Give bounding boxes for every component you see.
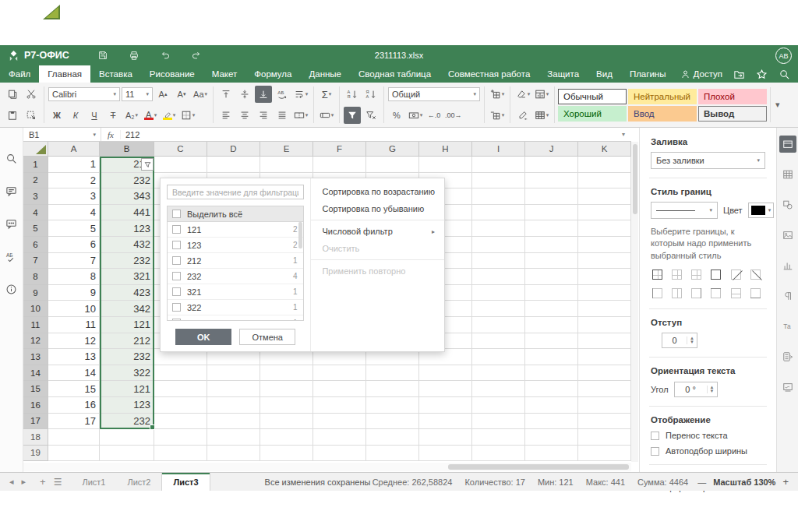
cell-A8[interactable]: 8 <box>48 269 100 285</box>
undo-icon[interactable] <box>158 48 172 62</box>
cell-E19[interactable] <box>260 446 313 462</box>
cell-D14[interactable] <box>207 365 260 382</box>
cell-E15[interactable] <box>260 381 313 397</box>
style-gallery-more-button[interactable]: ▾ <box>770 87 785 122</box>
cell-A2[interactable]: 2 <box>48 173 100 189</box>
column-header-H[interactable]: H <box>419 142 472 157</box>
row-header-2[interactable]: 2 <box>23 173 48 189</box>
cell-A4[interactable]: 4 <box>48 205 100 221</box>
sort-descending-icon[interactable]: ЯА <box>362 86 380 103</box>
zoom-level[interactable]: Масштаб 130% <box>713 477 775 487</box>
cell-A16[interactable]: 16 <box>48 397 100 414</box>
value-checkbox[interactable] <box>172 303 181 312</box>
row-header-16[interactable]: 16 <box>23 397 48 414</box>
row-header-11[interactable]: 11 <box>23 317 48 333</box>
cell-J16[interactable] <box>525 397 578 414</box>
cell-G18[interactable] <box>366 429 419 446</box>
cell-I16[interactable] <box>472 397 525 414</box>
cell-G15[interactable] <box>366 381 419 397</box>
cell-style-Плохой[interactable]: Плохой <box>698 89 767 104</box>
clear-filter-icon[interactable] <box>362 107 380 124</box>
row-header-4[interactable]: 4 <box>23 205 48 221</box>
row-header-13[interactable]: 13 <box>23 349 48 365</box>
search-icon-top[interactable] <box>779 69 790 80</box>
cell-A18[interactable] <box>48 429 100 446</box>
cell-I1[interactable] <box>472 157 525 173</box>
row-header-12[interactable]: 12 <box>23 333 48 350</box>
cell-F15[interactable] <box>313 381 366 397</box>
font-name-select[interactable]: Calibri▾ <box>48 87 120 101</box>
cell-D15[interactable] <box>207 381 260 397</box>
cell-A7[interactable]: 7 <box>48 253 100 270</box>
tab-Вид[interactable]: Вид <box>588 65 621 83</box>
cell-F14[interactable] <box>313 365 366 382</box>
border-right-button[interactable] <box>690 287 703 300</box>
comments-icon[interactable] <box>3 184 20 198</box>
cell-B11[interactable]: 121 <box>100 317 154 333</box>
cancel-button[interactable]: Отмена <box>239 329 295 345</box>
cell-C16[interactable] <box>154 397 207 414</box>
cell-K14[interactable] <box>578 365 631 382</box>
cell-F18[interactable] <box>313 429 366 446</box>
bold-button[interactable]: Ж <box>48 107 65 124</box>
cell-B7[interactable]: 232 <box>100 253 154 270</box>
paste-icon[interactable] <box>4 107 21 124</box>
filter-value-row-232[interactable]: 2324 <box>168 269 303 284</box>
cell-J10[interactable] <box>525 301 578 317</box>
cell-J1[interactable] <box>525 157 578 173</box>
cell-J7[interactable] <box>525 253 578 270</box>
insert-cells-button[interactable]: ▾ <box>489 86 506 103</box>
cell-K6[interactable] <box>578 237 631 253</box>
cell-D19[interactable] <box>207 446 260 462</box>
tab-Главная[interactable]: Главная <box>39 65 90 83</box>
filter-value-row-121[interactable]: 1212 <box>168 222 303 238</box>
cell-A1[interactable]: 1 <box>48 157 100 173</box>
cell-J3[interactable] <box>525 188 578 205</box>
border-diag-down-button[interactable] <box>749 268 762 281</box>
cell-style-Нейтральный[interactable]: Нейтральный <box>628 89 697 104</box>
row-header-18[interactable]: 18 <box>23 429 48 446</box>
cell-K17[interactable] <box>578 414 631 430</box>
decrease-decimal-button[interactable]: ←.0 <box>425 107 443 124</box>
cell-E14[interactable] <box>260 365 313 382</box>
cell-B18[interactable] <box>100 429 154 446</box>
cell-I6[interactable] <box>472 237 525 253</box>
cell-F1[interactable] <box>313 157 366 173</box>
cell-D1[interactable] <box>207 157 260 173</box>
tab-Сводная таблица[interactable]: Сводная таблица <box>350 65 440 83</box>
cell-H19[interactable] <box>419 446 472 462</box>
cell-A17[interactable]: 17 <box>48 414 100 430</box>
column-header-C[interactable]: C <box>154 142 207 157</box>
align-left-icon[interactable] <box>217 107 235 124</box>
borders-button[interactable]: ▾ <box>179 107 196 124</box>
cell-J4[interactable] <box>525 205 578 221</box>
border-diag-up-button[interactable] <box>729 268 743 281</box>
filter-value-row-212[interactable]: 2121 <box>168 253 303 269</box>
tab-Вставка[interactable]: Вставка <box>90 65 141 83</box>
border-inner-horizontal-button[interactable] <box>729 287 743 300</box>
access-button[interactable]: Доступ <box>680 69 722 79</box>
cell-K1[interactable] <box>578 157 631 173</box>
cell-K10[interactable] <box>578 301 631 317</box>
cell-J13[interactable] <box>525 349 578 365</box>
image-icon[interactable] <box>779 227 796 244</box>
avatar[interactable]: AB <box>775 48 792 64</box>
cell-style-Вывод[interactable]: Вывод <box>698 106 767 122</box>
align-justify-icon[interactable] <box>274 107 291 124</box>
cell-B16[interactable]: 123 <box>100 397 154 414</box>
sheet-list-button[interactable]: ☰ <box>54 477 62 488</box>
sheet-tab-Лист2[interactable]: Лист2 <box>116 473 161 491</box>
cell-B14[interactable]: 322 <box>100 365 154 382</box>
column-header-J[interactable]: J <box>525 142 578 157</box>
shape-icon[interactable] <box>779 196 796 213</box>
filter-menu-Сортировка по возрастанию[interactable]: Сортировка по возрастанию <box>311 183 444 200</box>
font-size-select[interactable]: 11▾ <box>122 87 153 101</box>
cut-icon[interactable] <box>23 86 40 103</box>
open-location-icon[interactable] <box>733 69 745 80</box>
cell-A11[interactable]: 11 <box>48 317 100 333</box>
increase-decimal-button[interactable]: .00→ <box>444 107 463 124</box>
cell-A12[interactable]: 12 <box>48 333 100 350</box>
cell-J12[interactable] <box>525 333 578 350</box>
border-bottom-button[interactable] <box>749 287 762 300</box>
font-color-button[interactable]: А▾ <box>142 107 159 124</box>
